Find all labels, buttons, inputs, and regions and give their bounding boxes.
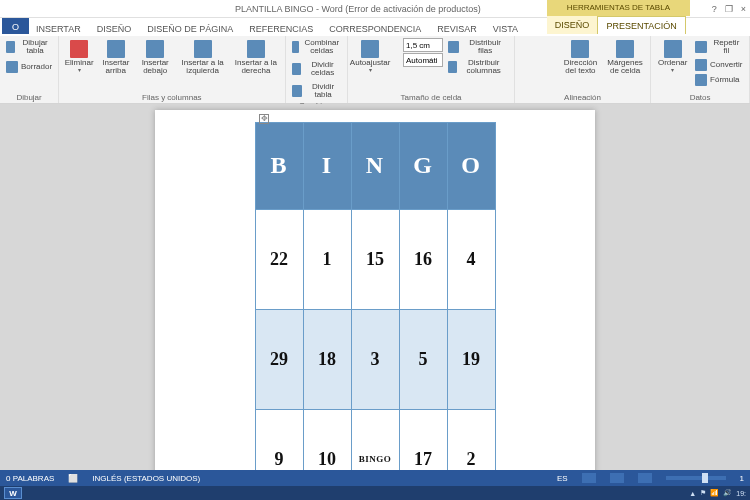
bingo-header-n[interactable]: N — [351, 123, 399, 210]
bingo-header-g[interactable]: G — [399, 123, 447, 210]
sort-button[interactable]: Ordenar — [655, 38, 690, 76]
split-cells-button[interactable]: Dividir celdas — [290, 60, 344, 79]
sort-icon — [664, 40, 682, 58]
tray-time[interactable]: 19: — [736, 490, 746, 497]
bingo-cell[interactable]: 16 — [399, 209, 447, 309]
draw-table-button[interactable]: Dibujar tabla — [4, 38, 54, 57]
word-count[interactable]: 0 PALABRAS — [6, 474, 54, 483]
distribute-cols-button[interactable]: Distribuir columnas — [446, 58, 510, 77]
alignment-grid[interactable] — [519, 38, 557, 76]
delete-button[interactable]: Eliminar — [63, 38, 95, 76]
insert-right-button[interactable]: Insertar a la derecha — [231, 38, 280, 78]
eraser-button[interactable]: Borrador — [4, 60, 54, 74]
tab-table-design[interactable]: DISEÑO — [547, 16, 598, 34]
read-mode-button[interactable] — [582, 473, 596, 483]
tray-volume-icon[interactable]: 🔊 — [723, 489, 732, 497]
row-height-input[interactable] — [403, 38, 443, 52]
page[interactable]: ✥ B I N G O 22115164 29183519 910BINGO17… — [155, 110, 595, 484]
web-layout-button[interactable] — [638, 473, 652, 483]
bingo-cell[interactable]: 5 — [399, 309, 447, 409]
zoom-slider[interactable] — [666, 476, 726, 480]
group-combinar: Combinar celdas Dividir celdas Dividir t… — [286, 36, 349, 103]
insert-left-button[interactable]: Insertar a la izquierda — [177, 38, 228, 78]
bingo-table[interactable]: B I N G O 22115164 29183519 910BINGO172 … — [255, 122, 496, 484]
bingo-cell[interactable]: 3 — [351, 309, 399, 409]
restore-icon[interactable]: ❐ — [725, 4, 733, 14]
tab-revisar[interactable]: REVISAR — [429, 22, 485, 36]
align-br-icon[interactable] — [545, 64, 557, 76]
dist-cols-icon — [448, 61, 457, 73]
status-bar: 0 PALABRAS ⬜ INGLÉS (ESTADOS UNIDOS) ES … — [0, 470, 750, 486]
margins-icon — [616, 40, 634, 58]
tab-diseno[interactable]: DISEÑO — [89, 22, 140, 36]
tab-referencias[interactable]: REFERENCIAS — [241, 22, 321, 36]
bingo-cell[interactable]: 19 — [447, 309, 495, 409]
bingo-cell[interactable]: 15 — [351, 209, 399, 309]
group-tamano-celda: Autoajustar Distribuir filas Distribuir … — [348, 36, 515, 103]
split-icon — [292, 63, 301, 75]
insert-below-icon — [146, 40, 164, 58]
context-tab-container: HERRAMIENTAS DE TABLA DISEÑO PRESENTACIÓ… — [547, 0, 690, 36]
row-height-spinner[interactable] — [391, 38, 443, 52]
merge-cells-button[interactable]: Combinar celdas — [290, 38, 344, 57]
print-layout-button[interactable] — [610, 473, 624, 483]
insert-right-icon — [247, 40, 265, 58]
formula-icon — [695, 74, 707, 86]
align-mr-icon[interactable] — [545, 51, 557, 63]
bingo-cell[interactable]: 4 — [447, 209, 495, 309]
table-move-handle[interactable]: ✥ — [259, 114, 269, 124]
help-icon[interactable]: ? — [712, 4, 717, 14]
tab-diseno-pagina[interactable]: DISEÑO DE PÁGINA — [139, 22, 241, 36]
cell-margins-button[interactable]: Márgenes de celda — [604, 38, 646, 78]
table-tools-header: HERRAMIENTAS DE TABLA — [547, 0, 690, 16]
document-area[interactable]: ✥ B I N G O 22115164 29183519 910BINGO17… — [0, 104, 750, 484]
group-dibujar: Dibujar tabla Borrador Dibujar — [0, 36, 59, 103]
align-tc-icon[interactable] — [532, 38, 544, 50]
align-bl-icon[interactable] — [519, 64, 531, 76]
formula-button[interactable]: Fórmula — [693, 73, 745, 87]
tray-chevron-icon[interactable]: ▲ — [689, 490, 696, 497]
language-label[interactable]: INGLÉS (ESTADOS UNIDOS) — [92, 474, 200, 483]
tab-vista[interactable]: VISTA — [485, 22, 526, 36]
split-table-button[interactable]: Dividir tabla — [290, 82, 344, 101]
proofing-icon[interactable]: ⬜ — [68, 474, 78, 483]
tray-flag-icon[interactable]: ⚑ — [700, 489, 706, 497]
system-tray: ▲ ⚑ 📶 🔊 19: — [689, 489, 746, 497]
bingo-cell[interactable]: 18 — [303, 309, 351, 409]
align-tr-icon[interactable] — [545, 38, 557, 50]
align-tl-icon[interactable] — [519, 38, 531, 50]
dist-rows-icon — [448, 41, 459, 53]
convert-icon — [695, 59, 707, 71]
file-tab[interactable]: O — [2, 18, 29, 34]
insert-above-icon — [107, 40, 125, 58]
repeat-header-button[interactable]: Repetir fil — [693, 38, 745, 57]
bingo-header-i[interactable]: I — [303, 123, 351, 210]
bingo-cell[interactable]: 1 — [303, 209, 351, 309]
align-mc-icon[interactable] — [532, 51, 544, 63]
tray-network-icon[interactable]: 📶 — [710, 489, 719, 497]
tab-correspondencia[interactable]: CORRESPONDENCIA — [321, 22, 429, 36]
autofit-button[interactable]: Autoajustar — [352, 38, 388, 76]
zoom-value[interactable]: 1 — [740, 474, 744, 483]
distribute-rows-button[interactable]: Distribuir filas — [446, 38, 510, 57]
split-table-icon — [292, 85, 302, 97]
insert-below-button[interactable]: Insertar debajo — [136, 38, 173, 78]
ime-label[interactable]: ES — [557, 474, 568, 483]
col-width-spinner[interactable] — [391, 53, 443, 67]
convert-button[interactable]: Convertir — [693, 58, 745, 72]
bingo-cell[interactable]: 29 — [255, 309, 303, 409]
align-ml-icon[interactable] — [519, 51, 531, 63]
col-width-input[interactable] — [403, 53, 443, 67]
bingo-cell[interactable]: 22 — [255, 209, 303, 309]
align-bc-icon[interactable] — [532, 64, 544, 76]
close-icon[interactable]: × — [741, 4, 746, 14]
tab-insertar[interactable]: INSERTAR — [28, 22, 89, 36]
tab-table-presentation[interactable]: PRESENTACIÓN — [597, 16, 685, 34]
table-row: 29183519 — [255, 309, 495, 409]
delete-icon — [70, 40, 88, 58]
insert-above-button[interactable]: Insertar arriba — [98, 38, 133, 78]
bingo-header-b[interactable]: B — [255, 123, 303, 210]
taskbar-word-app[interactable]: W — [4, 487, 22, 499]
text-direction-button[interactable]: Dirección del texto — [560, 38, 601, 78]
bingo-header-o[interactable]: O — [447, 123, 495, 210]
